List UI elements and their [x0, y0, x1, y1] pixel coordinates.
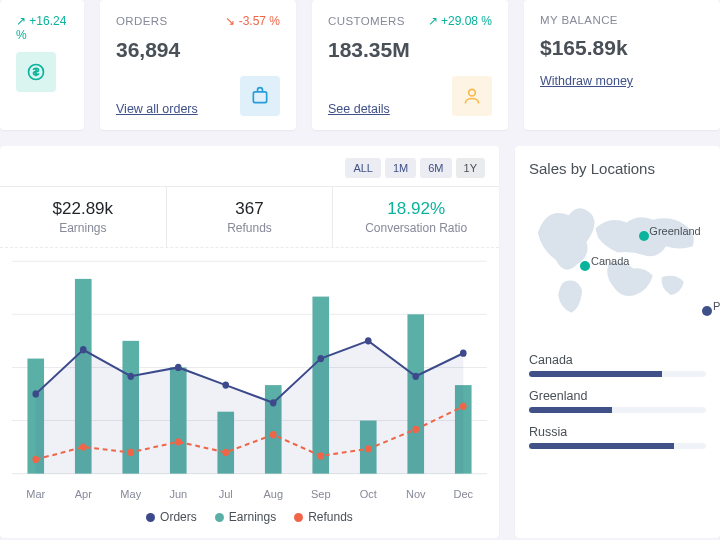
location-bar-item: Canada — [529, 353, 706, 377]
location-name: Canada — [529, 353, 706, 367]
x-label: Nov — [392, 488, 440, 500]
x-label: Mar — [12, 488, 60, 500]
chart-stats-row: $22.89kEarnings367Refunds18.92%Conversat… — [0, 186, 499, 248]
stat-block: $22.89kEarnings — [0, 187, 167, 247]
trend-indicator: ↘ -3.57 % — [225, 14, 280, 28]
svg-point-25 — [365, 337, 372, 344]
bag-icon — [240, 76, 280, 116]
stat-value: 18.92% — [333, 199, 499, 219]
range-1m-button[interactable]: 1M — [385, 158, 416, 178]
card-value: $165.89k — [540, 36, 704, 60]
legend-item: Orders — [146, 510, 197, 524]
range-all-button[interactable]: ALL — [345, 158, 381, 178]
card-link[interactable]: View all orders — [116, 102, 198, 116]
svg-point-31 — [175, 438, 182, 445]
svg-point-21 — [175, 364, 182, 371]
card-title: CUSTOMERS — [328, 15, 405, 27]
x-label: Sep — [297, 488, 345, 500]
x-label: May — [107, 488, 155, 500]
map-label: Greenland — [649, 225, 700, 237]
svg-point-20 — [127, 373, 134, 380]
map-marker — [702, 306, 712, 316]
svg-point-30 — [127, 449, 134, 456]
user-icon — [452, 76, 492, 116]
location-bar-item: Greenland — [529, 389, 706, 413]
x-label: Jul — [202, 488, 250, 500]
map-marker — [639, 231, 649, 241]
range-6m-button[interactable]: 6M — [420, 158, 451, 178]
legend-item: Refunds — [294, 510, 353, 524]
stat-value: $22.89k — [0, 199, 166, 219]
svg-point-26 — [412, 373, 419, 380]
sales-by-location-card: Sales by Locations GreenlandCanadaP Cana… — [515, 146, 720, 538]
svg-point-35 — [365, 445, 372, 452]
location-name: Russia — [529, 425, 706, 439]
dollar-icon — [16, 52, 56, 92]
x-label: Oct — [345, 488, 393, 500]
svg-point-18 — [32, 390, 39, 397]
x-label: Aug — [250, 488, 298, 500]
stat-cards-row: ↗ +16.24 %ORDERS↘ -3.57 %36,894View all … — [0, 0, 720, 146]
stat-card-0: ↗ +16.24 % — [0, 0, 84, 130]
svg-point-36 — [412, 426, 419, 433]
stat-label: Conversation Ratio — [333, 221, 499, 235]
svg-point-27 — [460, 350, 467, 357]
stat-value: 367 — [167, 199, 333, 219]
svg-point-34 — [317, 452, 324, 459]
stat-card-1: ORDERS↘ -3.57 %36,894View all orders — [100, 0, 296, 130]
svg-rect-1 — [253, 92, 266, 103]
svg-point-2 — [469, 89, 476, 96]
card-value: 183.35M — [328, 38, 492, 62]
x-label: Jun — [155, 488, 203, 500]
stat-card-3: MY BALANCE$165.89kWithdraw money — [524, 0, 720, 130]
chart-range-buttons: ALL1M6M1Y — [0, 146, 499, 186]
location-name: Greenland — [529, 389, 706, 403]
stat-label: Earnings — [0, 221, 166, 235]
card-link[interactable]: Withdraw money — [540, 74, 633, 88]
svg-point-32 — [222, 449, 229, 456]
x-label: Apr — [60, 488, 108, 500]
stat-block: 18.92%Conversation Ratio — [333, 187, 499, 247]
card-value: 36,894 — [116, 38, 280, 62]
svg-point-22 — [222, 381, 229, 388]
world-map: GreenlandCanadaP — [529, 189, 706, 339]
card-title: ORDERS — [116, 15, 168, 27]
chart-legend: OrdersEarningsRefunds — [0, 500, 499, 538]
revenue-chart-card: ALL1M6M1Y $22.89kEarnings367Refunds18.92… — [0, 146, 499, 538]
stat-block: 367Refunds — [167, 187, 334, 247]
svg-point-24 — [317, 355, 324, 362]
trend-indicator: ↗ +29.08 % — [428, 14, 492, 28]
card-title: MY BALANCE — [540, 14, 618, 26]
locations-title: Sales by Locations — [529, 160, 706, 177]
trend-indicator: ↗ +16.24 % — [16, 14, 68, 42]
x-label: Dec — [440, 488, 488, 500]
map-label: Canada — [591, 255, 630, 267]
card-link[interactable]: See details — [328, 102, 390, 116]
svg-point-28 — [32, 456, 39, 463]
location-bars: CanadaGreenlandRussia — [529, 353, 706, 449]
svg-point-19 — [80, 346, 87, 353]
location-bar-item: Russia — [529, 425, 706, 449]
range-1y-button[interactable]: 1Y — [456, 158, 485, 178]
svg-point-33 — [270, 431, 277, 438]
svg-point-37 — [460, 403, 467, 410]
svg-point-23 — [270, 399, 277, 406]
map-label: P — [713, 300, 720, 312]
stat-card-2: CUSTOMERS↗ +29.08 %183.35MSee details — [312, 0, 508, 130]
chart-plot — [0, 248, 499, 488]
stat-label: Refunds — [167, 221, 333, 235]
svg-point-29 — [80, 443, 87, 450]
legend-item: Earnings — [215, 510, 276, 524]
chart-x-labels: MarAprMayJunJulAugSepOctNovDec — [0, 488, 499, 500]
